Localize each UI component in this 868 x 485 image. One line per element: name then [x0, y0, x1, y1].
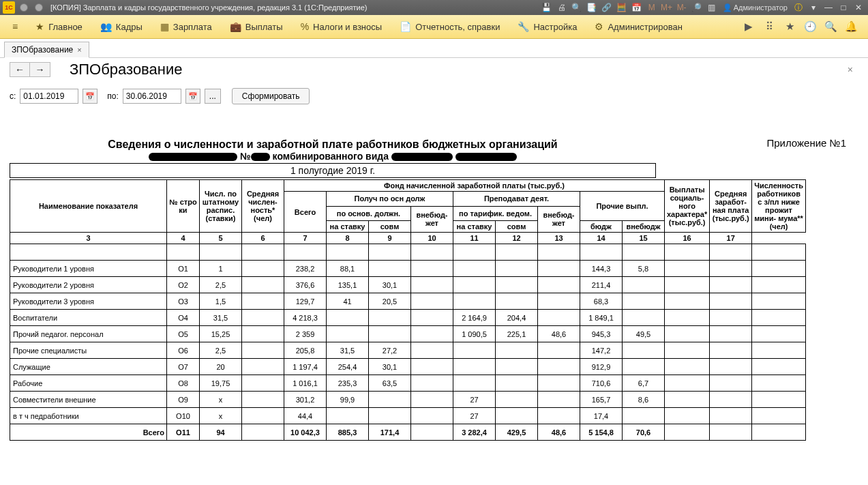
- history-icon[interactable]: 🕘: [803, 19, 818, 34]
- page-close-icon[interactable]: ×: [842, 61, 858, 78]
- from-label: с:: [10, 91, 16, 101]
- app-logo: 1C: [3, 1, 15, 14]
- zoom-in-icon[interactable]: 🔎: [690, 1, 704, 14]
- report-subtitle: № комбинированного вида: [10, 151, 656, 162]
- generate-button[interactable]: Сформировать: [232, 88, 310, 104]
- panels-icon[interactable]: ▥: [705, 1, 719, 14]
- hdr-teach-base: по тарифик. ведом.: [453, 206, 538, 221]
- menu-otchet[interactable]: 📄Отчетность, справки: [393, 18, 507, 35]
- titlebar-dropdown-icon[interactable]: [18, 1, 30, 14]
- titlebar-toolbar: 💾 🖨 🔍 📑 🔗 🧮 📅 M M+ M- 🔎 ▥ 👤Администратор…: [540, 1, 865, 14]
- table-row: ВоспитателиО431,54 218,32 164,9204,41 84…: [10, 310, 806, 326]
- link-icon[interactable]: 🔗: [600, 1, 614, 14]
- menu-nalogi[interactable]: %Налоги и взносы: [294, 18, 389, 35]
- hdr-offb2: внебюдж: [623, 221, 665, 233]
- minimize-icon[interactable]: —: [822, 1, 835, 14]
- save-icon[interactable]: 💾: [540, 1, 554, 14]
- hdr-budg: бюдж: [580, 221, 623, 233]
- hdr-other: Прочие выпл.: [580, 192, 665, 221]
- date-to-input[interactable]: [123, 89, 181, 104]
- table-row: СлужащиеО7201 197,4254,430,1912,9: [10, 359, 806, 375]
- table-row: в т ч педработникиО10х44,42717,4: [10, 408, 806, 424]
- memory-mplus-icon[interactable]: M+: [660, 1, 674, 14]
- page-title: ЗПОбразование: [70, 61, 182, 78]
- column-numbers-row: 3 4567891011121314151617: [10, 233, 806, 244]
- tab-close-icon[interactable]: ×: [77, 46, 81, 54]
- dropdown-icon[interactable]: ▾: [807, 1, 820, 14]
- report-area: Сведения о численности и заработной плат…: [10, 138, 858, 475]
- memory-mminus-icon[interactable]: M-: [675, 1, 689, 14]
- menu-burger[interactable]: ≡: [5, 18, 25, 35]
- hdr-rate2: на ставку: [453, 221, 496, 233]
- report-period: 1 полугодие 2019 г.: [10, 163, 656, 178]
- table-row: Прочий педагог. персоналО515,252 3591 09…: [10, 326, 806, 342]
- hdr-fund: Фонд начисленной заработной платы (тыс.р…: [284, 180, 665, 192]
- compare-icon[interactable]: 📑: [585, 1, 599, 14]
- menu-main[interactable]: ★Главное: [29, 18, 89, 35]
- hdr-main-offb: внебюд- жет: [411, 206, 453, 233]
- tab-label: ЗПОбразование: [12, 45, 73, 55]
- hdr-soc: Выплаты социаль- ного характера* (тыс.ру…: [665, 180, 710, 233]
- apps-grid-icon[interactable]: ⠿: [762, 19, 777, 34]
- hdr-total: Всего: [284, 192, 327, 233]
- table-row: Совместители внешниеО9х301,299,927165,78…: [10, 392, 806, 408]
- scroll-right-icon[interactable]: ▶: [741, 19, 756, 34]
- filter-row: с: 📅 по: 📅 ... Сформировать: [0, 80, 868, 111]
- hdr-rate: на ставку: [327, 221, 369, 233]
- menu-vyplaty[interactable]: 💼Выплаты: [223, 18, 290, 35]
- date-to-calendar-icon[interactable]: 📅: [185, 89, 200, 104]
- window-title: [КОПИЯ] Зарплата и кадры государственног…: [50, 3, 368, 12]
- memory-m-icon[interactable]: M: [645, 1, 659, 14]
- menu-zarplata[interactable]: ▦Зарплата: [153, 18, 219, 35]
- tab-zpobrazovanie[interactable]: ЗПОбразование ×: [4, 42, 89, 58]
- table-row: Руководители 2 уровняО22,5376,6135,130,1…: [10, 277, 806, 293]
- report-table: Наименование показателя № стро ки Числ. …: [10, 179, 806, 441]
- table-row: Руководители 3 уровняО31,5129,74120,568,…: [10, 293, 806, 310]
- hdr-teach: Преподават деят.: [453, 192, 580, 207]
- menu-admin[interactable]: ⚙Администрирован: [588, 18, 689, 35]
- table-row: РабочиеО819,751 016,1235,363,5710,66,7: [10, 375, 806, 392]
- main-menu: ≡ ★Главное 👥Кадры ▦Зарплата 💼Выплаты %На…: [0, 15, 868, 39]
- table-row: Руководители 1 уровняО11238,288,1144,35,…: [10, 261, 806, 277]
- info-icon[interactable]: ⓘ: [792, 1, 805, 14]
- to-label: по:: [107, 91, 119, 101]
- hdr-main-base: по основ. должн.: [327, 206, 411, 221]
- hdr-name: Наименование показателя: [10, 180, 167, 233]
- date-from-input[interactable]: [20, 89, 78, 104]
- hdr-combo: совм: [369, 221, 411, 233]
- hdr-rownum: № стро ки: [167, 180, 200, 233]
- hdr-avgpay: Средняя заработ- ная плата (тыс.руб.): [710, 180, 752, 233]
- table-total-row: ВсегоО119410 042,3885,3171,43 282,4429,5…: [10, 424, 806, 441]
- current-user[interactable]: 👤Администратор: [720, 3, 790, 12]
- calendar-icon[interactable]: 📅: [630, 1, 644, 14]
- calc-icon[interactable]: 🧮: [615, 1, 629, 14]
- favorite-icon[interactable]: ★: [782, 19, 797, 34]
- hdr-teach-offb: внебюд- жет: [538, 206, 580, 233]
- menu-nastroyka[interactable]: 🔧Настройка: [511, 18, 584, 35]
- close-window-icon[interactable]: ✕: [852, 1, 865, 14]
- menu-kadry[interactable]: 👥Кадры: [93, 18, 149, 35]
- table-row: Прочие специалистыО62,5205,831,527,2147,…: [10, 342, 806, 359]
- maximize-icon[interactable]: □: [837, 1, 850, 14]
- nav-back-button[interactable]: ←: [10, 62, 30, 77]
- open-tabs: ЗПОбразование ×: [0, 39, 868, 58]
- hdr-staff: Числ. по штатному распис. (ставки): [200, 180, 242, 233]
- search-icon[interactable]: 🔍: [823, 19, 838, 34]
- hdr-cntlow: Численность работников с з/пл ниже прожи…: [752, 180, 806, 233]
- hdr-main: Получ по осн долж: [327, 192, 453, 207]
- nav-forward-button[interactable]: →: [30, 62, 50, 77]
- date-from-calendar-icon[interactable]: 📅: [83, 89, 98, 104]
- hdr-avg: Средняя числен- ность* (чел): [242, 180, 284, 233]
- hdr-combo2: совм: [496, 221, 538, 233]
- print-icon[interactable]: 🖨: [555, 1, 569, 14]
- titlebar-dropdown-icon[interactable]: [33, 1, 45, 14]
- bell-icon[interactable]: 🔔: [843, 19, 858, 34]
- period-picker-button[interactable]: ...: [205, 89, 221, 104]
- appendix-label: Приложение №1: [766, 138, 846, 149]
- preview-icon[interactable]: 🔍: [570, 1, 584, 14]
- window-titlebar: 1C [КОПИЯ] Зарплата и кадры государствен…: [0, 0, 868, 15]
- report-title: Сведения о численности и заработной плат…: [10, 138, 656, 151]
